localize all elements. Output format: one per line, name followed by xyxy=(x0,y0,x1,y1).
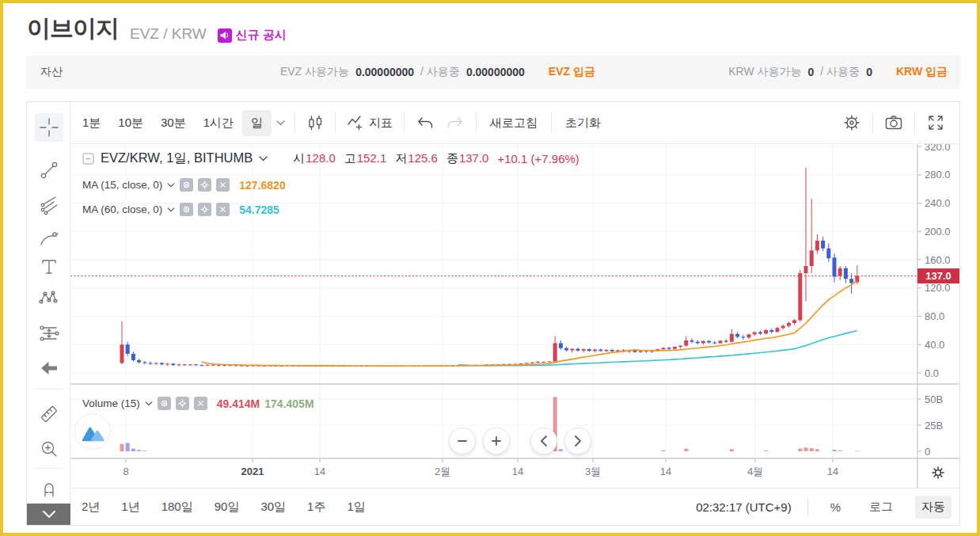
eye-icon xyxy=(159,398,169,409)
fullscreen-icon xyxy=(926,113,945,132)
high-label: 고 xyxy=(344,151,356,165)
magnet-icon xyxy=(39,478,59,499)
ma15-settings-button[interactable] xyxy=(198,178,211,192)
svg-text:80.0: 80.0 xyxy=(925,310,944,322)
eye-icon xyxy=(181,180,192,190)
fan-lines-tool-button[interactable] xyxy=(35,191,63,219)
log-scale-button[interactable]: 로그 xyxy=(863,496,899,519)
position-tool-button[interactable] xyxy=(35,319,63,348)
screenshot-button[interactable] xyxy=(878,108,910,137)
ma60-label[interactable]: MA (60, close, 0) xyxy=(82,203,162,215)
scroll-right-button[interactable] xyxy=(564,428,591,454)
reset-button[interactable]: 초기화 xyxy=(556,110,610,136)
symbol-title[interactable]: EVZ/KRW, 1일, BITHUMB xyxy=(101,150,253,167)
interval-10min-button[interactable]: 10분 xyxy=(109,110,152,136)
collapse-toolbar-button[interactable] xyxy=(27,504,70,525)
clock-utc[interactable]: 02:32:17 (UTC+9) xyxy=(696,500,791,514)
undo-button[interactable] xyxy=(409,110,440,135)
back-arrow-button[interactable] xyxy=(35,354,63,382)
ma15-label[interactable]: MA (15, close, 0) xyxy=(82,179,162,191)
scroll-left-button[interactable] xyxy=(530,428,557,454)
brush-tool-button[interactable] xyxy=(35,225,63,253)
interval-1min-button[interactable]: 1분 xyxy=(74,110,109,136)
range-2y-button[interactable]: 2년 xyxy=(82,495,100,519)
volume-label[interactable]: Volume (15) xyxy=(82,397,140,409)
chevron-down-icon[interactable] xyxy=(167,207,175,212)
gear-icon xyxy=(199,180,210,190)
ma15-remove-button[interactable] xyxy=(216,178,230,192)
range-1w-button[interactable]: 1주 xyxy=(307,495,325,519)
toolbar-divider xyxy=(914,112,915,133)
interval-1hour-button[interactable]: 1시간 xyxy=(195,110,242,136)
ma60-settings-button[interactable] xyxy=(198,203,211,216)
ma60-visibility-button[interactable] xyxy=(180,203,193,216)
candlestick-icon xyxy=(306,114,324,131)
asset-title: 자산 xyxy=(40,65,63,79)
trend-line-tool-button[interactable] xyxy=(35,156,63,184)
chevron-down-icon[interactable] xyxy=(259,156,268,162)
volume-visibility-button[interactable] xyxy=(158,397,171,410)
indicators-button[interactable]: 지표 xyxy=(340,109,399,136)
refresh-button[interactable]: 새로고침 xyxy=(481,110,546,136)
pattern-tool-button[interactable] xyxy=(35,284,63,313)
range-30d-button[interactable]: 30일 xyxy=(260,495,286,519)
timezone-settings-button[interactable] xyxy=(929,463,948,482)
new-listing-badge[interactable]: 신규 공시 xyxy=(218,28,287,45)
svg-text:280.0: 280.0 xyxy=(925,169,951,181)
zoom-in-tool-button[interactable] xyxy=(35,435,63,463)
zoom-out-button[interactable] xyxy=(449,428,476,454)
volume-remove-button[interactable] xyxy=(194,397,207,410)
volume-settings-button[interactable] xyxy=(176,397,189,410)
evz-deposit-link[interactable]: EVZ 입금 xyxy=(549,65,595,79)
ma15-visibility-button[interactable] xyxy=(180,178,193,192)
asset-bar: 자산 EVZ 사용가능 0.00000000 / 사용중 0.00000000 … xyxy=(26,55,960,89)
zoom-in-button[interactable] xyxy=(483,428,510,454)
magnet-tool-button[interactable] xyxy=(35,474,63,503)
page-title: 이브이지 xyxy=(27,13,119,45)
camera-icon xyxy=(884,113,903,132)
measure-tool-button[interactable] xyxy=(35,400,63,428)
megaphone-icon xyxy=(218,29,232,43)
interval-day-button[interactable]: 일 xyxy=(242,110,272,136)
collapse-legend-icon[interactable] xyxy=(82,153,94,165)
redo-button[interactable] xyxy=(440,110,471,135)
crosshair-tool-button[interactable] xyxy=(35,113,63,142)
chevron-down-icon[interactable] xyxy=(167,183,175,188)
indicator-icon xyxy=(347,114,364,131)
evz-available-label: EVZ 사용가능 xyxy=(280,65,349,79)
last-price-badge: 137.0 xyxy=(917,268,959,283)
svg-text:0: 0 xyxy=(925,446,930,458)
range-90d-button[interactable]: 90일 xyxy=(215,495,240,519)
chart-style-button[interactable] xyxy=(300,109,330,136)
krw-inuse-value: 0 xyxy=(866,66,872,78)
range-1d-button[interactable]: 1일 xyxy=(347,495,365,519)
interval-dropdown-button[interactable] xyxy=(272,116,290,131)
ma60-row: MA (60, close, 0) 54.7285 xyxy=(82,203,579,216)
magnifier-plus-icon xyxy=(39,439,59,459)
svg-text:3월: 3월 xyxy=(585,466,601,477)
auto-scale-button[interactable]: 자동 xyxy=(915,496,952,519)
svg-text:240.0: 240.0 xyxy=(925,197,951,209)
chart-toolbar: 1분 10분 30분 1시간 일 지표 xyxy=(70,102,959,144)
toolbar-divider xyxy=(551,112,552,133)
asset-evz-group: EVZ 사용가능 0.00000000 / 사용중 0.00000000 EVZ… xyxy=(280,65,595,79)
krw-deposit-link[interactable]: KRW 입금 xyxy=(896,65,948,79)
svg-text:14: 14 xyxy=(660,466,671,477)
chart-settings-button[interactable] xyxy=(836,108,868,137)
fullscreen-button[interactable] xyxy=(920,108,952,137)
chevron-down-icon[interactable] xyxy=(145,401,153,406)
svg-text:120.0: 120.0 xyxy=(925,282,951,294)
svg-text:2월: 2월 xyxy=(435,466,450,477)
volume-ma-value: 174.405M xyxy=(264,397,313,410)
range-180d-button[interactable]: 180일 xyxy=(161,495,193,519)
range-1y-button[interactable]: 1년 xyxy=(121,495,139,519)
ma60-remove-button[interactable] xyxy=(216,203,230,216)
svg-text:2021: 2021 xyxy=(241,466,264,477)
long-position-icon xyxy=(39,323,59,344)
text-tool-button[interactable] xyxy=(35,253,63,281)
percent-scale-button[interactable]: % xyxy=(824,496,847,518)
plus-icon xyxy=(491,435,502,447)
high-value: 152.1 xyxy=(357,151,387,165)
minus-icon xyxy=(457,435,468,447)
interval-30min-button[interactable]: 30분 xyxy=(152,110,195,136)
